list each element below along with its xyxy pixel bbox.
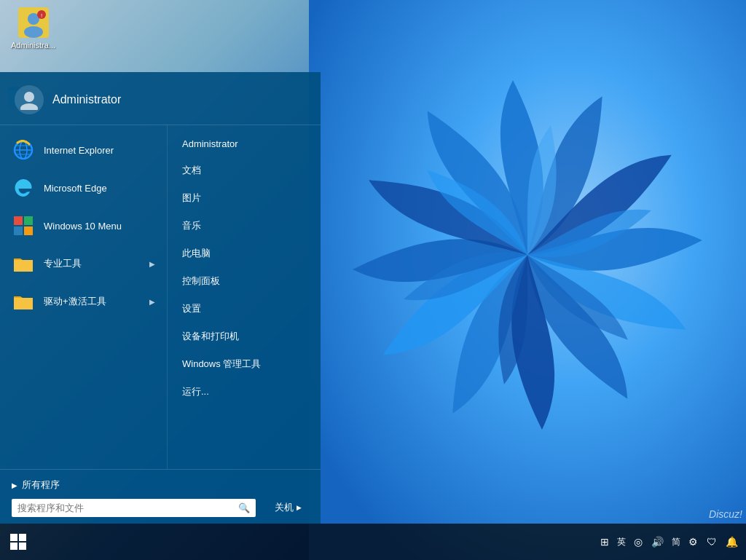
taskbar-notification-icon[interactable]: 🔔 <box>723 536 740 548</box>
shutdown-button[interactable]: 关机 ▶ <box>267 497 309 518</box>
svg-rect-15 <box>14 226 23 235</box>
all-programs-triangle: ▶ <box>12 481 17 489</box>
ie-icon <box>12 138 35 162</box>
right-item-administrator[interactable]: Administrator <box>168 131 321 157</box>
svg-rect-16 <box>24 226 33 235</box>
right-item-pictures[interactable]: 图片 <box>168 184 321 212</box>
taskbar-language[interactable]: 英 <box>616 536 627 548</box>
menu-item-drivers[interactable]: 驱动+激活工具 ▶ <box>0 283 167 320</box>
svg-rect-18 <box>19 534 26 541</box>
search-icon[interactable]: 🔍 <box>238 502 250 513</box>
svg-point-7 <box>20 103 38 110</box>
svg-point-6 <box>24 92 34 102</box>
administrator-icon-label: Administra... <box>11 41 55 50</box>
drivers-folder-icon <box>12 290 35 313</box>
right-item-settings[interactable]: 设置 <box>168 295 321 323</box>
svg-rect-14 <box>24 216 33 225</box>
menu-content: Internet Explorer Microsoft Edge <box>0 125 321 469</box>
shutdown-label: 关机 <box>275 501 294 514</box>
menu-item-edge[interactable]: Microsoft Edge <box>0 169 167 207</box>
start-menu: Administrator <box>0 72 321 524</box>
user-avatar <box>15 85 44 114</box>
svg-point-3 <box>24 26 43 38</box>
user-header: Administrator <box>0 72 321 125</box>
taskbar-volume-icon[interactable]: 🔊 <box>649 536 666 548</box>
menu-bottom: ▶ 所有程序 🔍 关机 ▶ <box>0 469 321 524</box>
taskbar-right: ⊞ 英 ◎ 🔊 简 ⚙ 🛡 🔔 <box>598 536 746 548</box>
menu-item-tools[interactable]: 专业工具 ▶ <box>0 245 167 283</box>
taskbar-network-icon[interactable]: ◎ <box>632 536 645 548</box>
right-panel: Administrator 文档 图片 音乐 此电脑 控制面板 <box>168 125 321 469</box>
drivers-label: 驱动+激活工具 <box>44 295 106 308</box>
right-item-admin-tools[interactable]: Windows 管理工具 <box>168 350 321 378</box>
desktop: ! Administra... Administrator <box>0 0 746 560</box>
tools-label: 专业工具 <box>44 257 82 270</box>
right-item-documents[interactable]: 文档 <box>168 157 321 184</box>
tools-folder-icon <box>12 252 35 275</box>
all-programs-button[interactable]: ▶ 所有程序 <box>12 476 309 497</box>
svg-text:!: ! <box>40 12 42 19</box>
desktop-icon-administrator[interactable]: ! Administra... <box>6 7 60 50</box>
right-item-music[interactable]: 音乐 <box>168 212 321 240</box>
all-programs-label: 所有程序 <box>22 478 60 492</box>
wallpaper-decoration <box>309 0 746 560</box>
right-item-this-pc[interactable]: 此电脑 <box>168 240 321 267</box>
win10menu-icon <box>12 214 35 237</box>
menu-item-win10menu[interactable]: Windows 10 Menu <box>0 207 167 245</box>
svg-rect-13 <box>14 216 23 225</box>
win10menu-label: Windows 10 Menu <box>44 221 122 232</box>
search-bar-container: 🔍 关机 ▶ <box>12 497 309 518</box>
left-panel: Internet Explorer Microsoft Edge <box>0 125 168 469</box>
tools-arrow: ▶ <box>149 260 155 268</box>
administrator-icon: ! <box>18 7 49 38</box>
discuz-watermark: Discuz! <box>709 508 742 520</box>
menu-item-ie[interactable]: Internet Explorer <box>0 131 167 169</box>
taskbar-shield-icon[interactable]: 🛡 <box>704 536 719 548</box>
svg-rect-20 <box>19 543 26 550</box>
right-item-devices-printers[interactable]: 设备和打印机 <box>168 323 321 350</box>
right-item-control-panel[interactable]: 控制面板 <box>168 267 321 295</box>
edge-label: Microsoft Edge <box>44 183 107 194</box>
search-input[interactable] <box>17 502 238 513</box>
shutdown-arrow-icon: ▶ <box>297 504 302 511</box>
taskbar: ⊞ 英 ◎ 🔊 简 ⚙ 🛡 🔔 <box>0 524 746 560</box>
drivers-arrow: ▶ <box>149 298 155 306</box>
search-input-wrapper: 🔍 <box>12 499 256 517</box>
right-item-run[interactable]: 运行... <box>168 378 321 406</box>
svg-rect-17 <box>10 534 17 541</box>
svg-rect-19 <box>10 543 17 550</box>
ie-label: Internet Explorer <box>44 145 114 156</box>
taskbar-settings-icon[interactable]: ⚙ <box>686 536 700 548</box>
start-button[interactable] <box>0 524 36 560</box>
taskbar-ime[interactable]: 简 <box>670 536 682 548</box>
user-name-label: Administrator <box>52 93 121 106</box>
edge-icon <box>12 176 35 200</box>
taskbar-grid-icon[interactable]: ⊞ <box>598 536 611 548</box>
